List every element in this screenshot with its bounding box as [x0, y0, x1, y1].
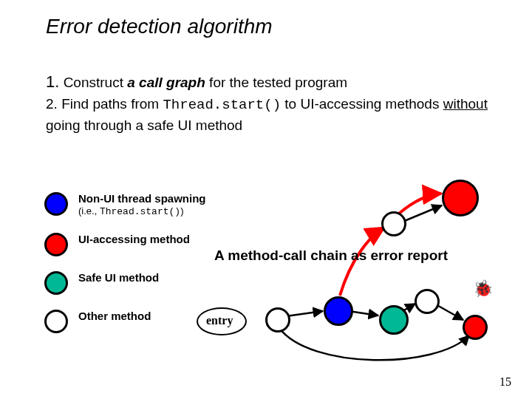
edge-whitemid-redsmall — [434, 304, 463, 320]
step-2-code: Thread.start() — [163, 97, 281, 113]
legend-blue-sub-a: (i.e., — [78, 205, 100, 216]
step-1-text-a: Construct — [64, 75, 128, 90]
edge-error-whitetop-redbig — [399, 194, 441, 214]
legend-white-label: Other method — [78, 310, 151, 323]
legend-blue-sub-b: ) — [180, 205, 183, 216]
edge-blue-teal — [349, 311, 378, 316]
step-1: 1. Construct a call graph for the tested… — [46, 70, 489, 94]
step-2: 2. Find paths from Thread.start() to UI-… — [46, 94, 489, 136]
node-ui-big — [442, 180, 479, 216]
legend-red-label: UI-accessing method — [78, 233, 190, 246]
entry-label: entry — [206, 314, 233, 327]
page-number: 15 — [499, 375, 511, 389]
node-entry — [265, 307, 290, 332]
legend-white-circle-icon — [44, 310, 68, 333]
legend-teal-circle-icon — [44, 271, 68, 295]
legend-row-safeui: Safe UI method — [44, 271, 206, 295]
legend-row-other: Other method — [44, 310, 206, 333]
step-2-number: 2. — [46, 96, 58, 112]
node-spawn — [324, 296, 353, 326]
legend-row-spawn: Non-UI thread spawning (i.e., Thread.sta… — [44, 192, 206, 218]
legend-teal-label: Safe UI method — [78, 271, 159, 284]
slide-title: Error detection algorithm — [46, 15, 273, 38]
legend: Non-UI thread spawning (i.e., Thread.sta… — [44, 192, 206, 348]
node-other-top — [381, 211, 406, 236]
bug-icon: 🐞 — [473, 279, 493, 299]
step-1-text-c: for the tested program — [205, 75, 347, 90]
step-2-underline: without — [443, 96, 488, 112]
step-2-text-a: Find paths from — [58, 96, 163, 112]
step-1-number: 1. — [46, 72, 59, 91]
slide: Error detection algorithm 1. Construct a… — [0, 0, 532, 399]
edge-entry-blue — [286, 311, 323, 316]
node-ui-small — [463, 315, 488, 340]
legend-blue-label: Non-UI thread spawning (i.e., Thread.sta… — [78, 192, 206, 218]
node-safeui — [379, 305, 409, 335]
step-2-text-d: going through a safe UI method — [46, 117, 242, 133]
legend-row-ui: UI-accessing method — [44, 233, 206, 256]
legend-red-circle-icon — [44, 233, 68, 256]
algorithm-steps: 1. Construct a call graph for the tested… — [46, 70, 489, 136]
step-1-emph: a call graph — [127, 75, 205, 90]
legend-blue-sub: (i.e., Thread.start()) — [78, 205, 206, 218]
legend-blue-sub-code: Thread.start() — [100, 206, 180, 217]
legend-blue-title: Non-UI thread spawning — [78, 192, 206, 205]
edge-whitetop-redbig — [403, 205, 442, 222]
legend-blue-circle-icon — [44, 192, 68, 216]
edge-entry-redsmall — [279, 328, 469, 360]
graph-caption: A method-call chain as error report — [214, 248, 448, 264]
node-other-mid — [415, 289, 440, 314]
step-2-text-b: to UI-accessing methods — [281, 96, 443, 112]
